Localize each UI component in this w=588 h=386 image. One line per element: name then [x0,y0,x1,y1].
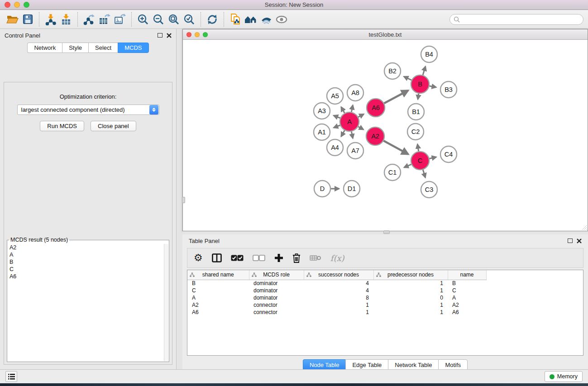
cell[interactable]: 1 [373,301,448,309]
edge-A2-C[interactable] [383,141,408,154]
tab-mcds[interactable]: MCDS [118,43,148,53]
select-all-columns-icon[interactable] [231,251,244,265]
table-row[interactable]: Adominator80A [187,294,486,301]
network-window-controls[interactable] [186,32,208,37]
panel-splitter-handle[interactable] [182,197,185,203]
zoom-in-icon[interactable] [135,12,151,27]
edge-A-A7[interactable] [351,132,353,138]
cell[interactable]: 1 [373,280,448,287]
table-row[interactable]: Cdominator41C [187,287,486,294]
node-table[interactable]: shared nameMCDS rolesuccessor nodesprede… [187,270,583,356]
window-controls[interactable] [5,2,29,8]
hide-selected-icon[interactable] [258,12,274,27]
cell[interactable]: dominator [249,287,304,294]
cell[interactable]: 4 [304,287,373,294]
edge-C-C1[interactable] [404,164,411,167]
search-box[interactable] [449,14,583,25]
cell[interactable]: 8 [304,294,373,301]
edge-A-A1[interactable] [334,125,340,128]
import-table-icon[interactable] [58,12,74,27]
network-graph[interactable]: B4B2BB3A8A5A6A3B1AC2A1A2A4A7C4CC1C3DD1 [183,40,588,231]
edge-A-A8[interactable] [351,105,353,112]
network-close-button[interactable] [186,32,191,37]
export-image-icon[interactable] [112,12,128,27]
cell[interactable]: C [448,287,486,294]
edge-B-B3[interactable] [430,86,436,87]
edge-A-A2[interactable] [358,127,363,130]
result-item[interactable]: A [8,251,163,258]
show-column-icon[interactable] [212,251,222,265]
result-scrollbar[interactable] [164,244,168,361]
result-item[interactable]: A2 [8,244,163,251]
tab-style[interactable]: Style [62,43,88,53]
close-window-button[interactable] [5,2,10,8]
edge-B-B2[interactable] [404,76,411,80]
cell[interactable]: A2 [187,301,249,309]
tab-select[interactable]: Select [88,43,118,53]
cell[interactable]: B [448,280,486,287]
run-mcds-button[interactable]: Run MCDS [40,121,84,131]
zoom-fit-icon[interactable] [166,12,182,27]
close-panel-icon[interactable] [167,33,172,38]
float-table-panel-icon[interactable] [568,238,573,243]
edge-A-A4[interactable] [341,130,345,136]
window-resize-grip[interactable] [581,224,587,230]
cell[interactable]: A [448,294,486,301]
zoom-selected-icon[interactable] [182,12,197,27]
cell[interactable]: connector [249,309,304,316]
column-header-shared-name[interactable]: shared name [187,270,249,280]
optimization-criterion-dropdown[interactable]: largest connected component (directed) [17,105,159,115]
zoom-out-icon[interactable] [151,12,166,27]
import-network-icon[interactable] [43,12,58,27]
result-item[interactable]: C [8,266,163,273]
cell[interactable]: B [187,280,249,287]
edge-C-C2[interactable] [417,144,418,152]
network-canvas[interactable]: B4B2BB3A8A5A6A3B1AC2A1A2A4A7C4CC1C3DD1 [183,40,588,231]
column-header-MCDS-role[interactable]: MCDS role [249,270,304,280]
splitter-handle[interactable] [383,230,390,234]
table-options-gear-icon[interactable]: ⚙ [194,251,203,265]
edge-B-B1[interactable] [418,94,419,100]
close-panel-button[interactable]: Close panel [91,121,136,131]
edge-A-A3[interactable] [334,115,340,118]
table-row[interactable]: A6connector11A6 [187,309,486,316]
open-session-icon[interactable] [5,12,20,27]
memory-button[interactable]: Memory [545,371,583,382]
search-input[interactable] [462,16,579,23]
minimize-window-button[interactable] [14,2,20,8]
create-column-icon[interactable] [274,251,283,265]
cell[interactable]: 1 [304,301,373,309]
zoom-window-button[interactable] [24,2,29,8]
edge-B-B4[interactable] [423,67,425,75]
column-header-successor-nodes[interactable]: successor nodes [304,270,373,280]
cell[interactable]: A6 [448,309,486,316]
cell[interactable]: A6 [187,309,249,316]
network-zoom-button[interactable] [203,32,208,37]
tab-network[interactable]: Network [27,43,62,53]
mcds-result-list[interactable]: A2ABCA6 [8,244,163,361]
cell[interactable]: dominator [249,280,304,287]
unselect-all-columns-icon[interactable] [253,251,265,265]
cell[interactable]: 1 [304,309,373,316]
cell[interactable]: 1 [373,309,448,316]
table-row[interactable]: A2connector11A2 [187,301,486,309]
horizontal-splitter[interactable] [182,231,588,234]
cell[interactable]: 4 [304,280,373,287]
cell[interactable]: A [187,294,249,301]
cell[interactable]: A2 [448,301,486,309]
cell[interactable]: 1 [373,287,448,294]
cell[interactable]: dominator [249,294,304,301]
task-history-button[interactable] [5,371,17,382]
column-header-name[interactable]: name [448,270,486,280]
first-neighbors-icon[interactable] [243,12,258,27]
save-session-icon[interactable] [20,12,35,27]
function-builder-icon[interactable]: f(x) [330,251,344,265]
table-row[interactable]: Bdominator41B [187,280,486,287]
float-panel-icon[interactable] [158,33,163,38]
edge-A-A6[interactable] [358,114,363,117]
column-header-predecessor-nodes[interactable]: predecessor nodes [373,270,448,280]
edge-C-C3[interactable] [423,170,425,177]
cell[interactable]: 0 [373,294,448,301]
edge-A-A5[interactable] [341,107,345,113]
cell[interactable]: C [187,287,249,294]
